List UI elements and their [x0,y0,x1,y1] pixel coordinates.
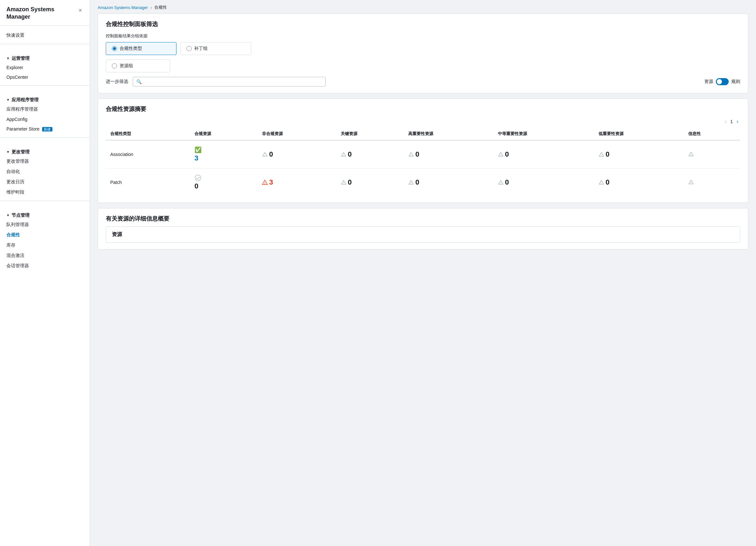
filter-search-box[interactable]: 🔍 [133,77,326,86]
svg-text:!: ! [500,182,501,184]
further-filter-row: 进一步筛选 🔍 资源 规则 [106,77,740,86]
svg-text:!: ! [601,154,601,157]
sidebar-header: Amazon Systems Manager × [0,0,90,26]
filter-card-title: 合规性控制面板筛选 [106,20,740,28]
sidebar-item-app-manager[interactable]: 应用程序管理器 [0,104,90,114]
sidebar-item-hybrid-activation[interactable]: 混合激活 [0,250,90,261]
summary-card: 合规性资源摘要 ‹ 1 › 合规性类型 合规资源 非合规资源 关键资源 高重要性… [98,98,748,203]
filter-radio-type[interactable] [112,46,117,51]
pagination-page: 1 [730,119,733,124]
close-icon[interactable]: × [77,6,83,14]
col-high: 高重要性资源 [404,128,493,140]
sidebar-title: Amazon Systems Manager [6,6,77,21]
cell-high-patch: ! 0 [404,168,493,196]
cell-low-patch: ! 0 [594,168,684,196]
main-content: Amazon Systems Manager › 合规性 合规性控制面板筛选 控… [90,0,756,546]
sidebar-item-appconfig[interactable]: AppConfig [0,114,90,124]
sidebar-item-change-calendar[interactable]: 更改日历 [0,177,90,187]
sidebar-item-automation[interactable]: 自动化 [0,166,90,177]
warn-gray-icon-info-patch: ! [688,179,694,185]
breadcrumb-link[interactable]: Amazon Systems Manager [98,5,148,10]
breadcrumb-current: 合规性 [154,4,167,10]
cell-compliant-association: ✅ 3 [190,140,257,168]
cell-high-association: ! 0 [404,140,493,168]
cell-noncompliant-patch: ! 3 [257,168,336,196]
svg-text:!: ! [601,182,601,184]
high-num-patch: 0 [415,178,419,186]
cell-type-patch: Patch [106,168,190,196]
svg-text:!: ! [343,154,344,157]
low-num-association: 0 [606,150,609,158]
warn-gray-icon-crit-patch: ! [341,179,347,185]
sidebar-item-inventory[interactable]: 库存 [0,240,90,250]
col-medium: 中等重要性资源 [493,128,594,140]
detail-summary-title: 有关资源的详细信息概要 [106,215,740,222]
further-filter-label: 进一步筛选 [106,79,128,85]
sidebar-item-opscenter[interactable]: OpsCenter [0,72,90,82]
col-critical: 关键资源 [336,128,404,140]
sidebar-item-parameter-store[interactable]: Parameter Store 新建 [0,124,90,134]
col-non-compliant: 非合规资源 [257,128,336,140]
check-gray-icon [194,174,202,181]
resource-rule-toggle[interactable] [716,78,729,85]
table-row-patch: Patch 0 ! [106,168,740,196]
filter-radio-resource[interactable] [112,63,117,68]
cell-critical-association: ! 0 [336,140,404,168]
compliant-num-association: 3 [194,154,198,162]
sidebar-group-app: ▼ 应用程序管理 [0,93,90,104]
filter-option-resource-label: 资源组 [120,63,133,69]
svg-text:!: ! [265,154,265,157]
table-row-association: Association ✅ 3 ! 0 [106,140,740,168]
warn-gray-icon-med-patch: ! [498,179,504,185]
medium-num-patch: 0 [505,178,509,186]
sidebar-section-app: ▼ 应用程序管理 应用程序管理器 AppConfig Parameter Sto… [0,89,90,134]
sidebar-item-maintenance-windows[interactable]: 维护时段 [0,187,90,197]
col-info: 信息性 [684,128,740,140]
svg-text:!: ! [343,182,344,184]
filter-option-type[interactable]: 合规性类型 [106,42,176,55]
sidebar-group-change: ▼ 更改管理 [0,145,90,156]
chevron-down-icon: ▼ [6,57,10,60]
sidebar-section-change: ▼ 更改管理 更改管理器 自动化 更改日历 维护时段 [0,141,90,197]
sidebar-item-compliance[interactable]: 合规性 [0,230,90,240]
noncompliant-num-patch: 3 [269,178,273,186]
toggle-group: 资源 规则 [704,78,740,85]
cell-critical-patch: ! 0 [336,168,404,196]
breadcrumb: Amazon Systems Manager › 合规性 [90,0,756,13]
cell-info-association: ! [684,140,740,168]
filter-search-input[interactable] [144,79,322,84]
filter-option-patch-label: 补丁组 [194,46,208,51]
pagination-prev-button[interactable]: ‹ [723,118,728,125]
svg-text:!: ! [265,182,265,185]
new-badge: 新建 [42,127,52,131]
sidebar-group-node: ▼ 节点管理 [0,209,90,219]
filter-option-type-label: 合规性类型 [120,46,142,51]
sidebar-item-session-manager[interactable]: 会话管理器 [0,261,90,271]
pagination-next-button[interactable]: › [735,118,740,125]
sidebar-item-quick-setup[interactable]: 快速设置 [0,30,90,40]
toggle-right-label: 规则 [731,79,740,85]
sidebar-section-ops: ▼ 运营管理 Explorer OpsCenter [0,47,90,82]
filter-radio-patch[interactable] [186,46,192,51]
summary-title: 合规性资源摘要 [106,105,740,113]
warn-gray-icon-info-assoc: ! [688,151,694,157]
sidebar-item-change-manager[interactable]: 更改管理器 [0,156,90,166]
noncompliant-num-association: 0 [269,150,273,158]
sidebar-item-explorer[interactable]: Explorer [0,63,90,72]
table-header-row: ‹ 1 › [106,118,740,125]
high-num-association: 0 [415,150,419,158]
critical-num-association: 0 [348,150,352,158]
svg-text:!: ! [500,154,501,157]
svg-text:!: ! [690,153,691,156]
compliant-num-patch: 0 [194,182,198,190]
cell-low-association: ! 0 [594,140,684,168]
filter-option-resource[interactable]: 资源组 [106,59,170,72]
check-green-icon: ✅ [194,146,202,153]
breadcrumb-separator: › [150,5,152,10]
resource-subsection-title: 资源 [112,231,734,238]
sidebar-item-queue-manager[interactable]: 队列管理器 [0,219,90,230]
warn-gray-icon-low-patch: ! [599,179,604,185]
critical-num-patch: 0 [348,178,352,186]
cell-type-association: Association [106,140,190,168]
filter-option-patch[interactable]: 补丁组 [180,42,251,55]
